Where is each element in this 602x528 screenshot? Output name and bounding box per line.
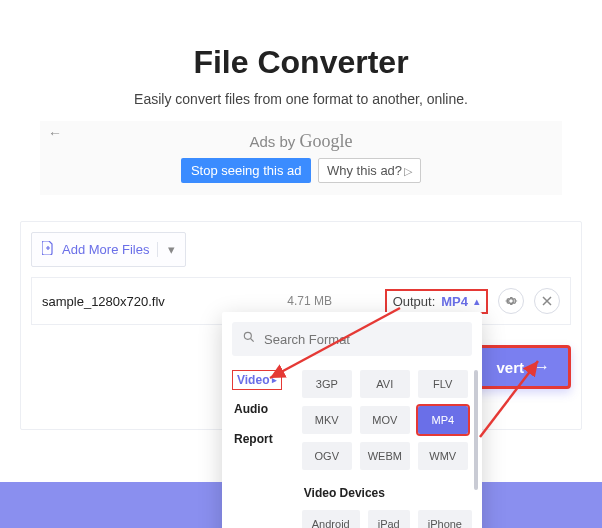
stop-seeing-ad-button[interactable]: Stop seeing this ad	[181, 158, 312, 183]
format-mkv[interactable]: MKV	[302, 406, 352, 434]
file-size: 4.71 MB	[262, 294, 332, 308]
arrow-right-icon: →	[534, 358, 550, 376]
ad-back-icon[interactable]: ←	[48, 125, 62, 141]
format-webm[interactable]: WEBM	[360, 442, 410, 470]
category-list: Video ▸ Audio Report	[232, 370, 292, 528]
file-name: sample_1280x720.flv	[42, 294, 262, 309]
format-dropdown: Video ▸ Audio Report 3GPAVIFLVMKVMOVMP4O…	[222, 312, 482, 528]
file-icon	[42, 241, 54, 258]
format-ogv[interactable]: OGV	[302, 442, 352, 470]
video-devices-label: Video Devices	[304, 486, 472, 500]
format-3gp[interactable]: 3GP	[302, 370, 352, 398]
remove-file-button[interactable]	[534, 288, 560, 314]
category-video[interactable]: Video ▸	[232, 370, 282, 390]
page-title: File Converter	[0, 44, 602, 81]
ads-by-prefix: Ads by	[249, 133, 299, 150]
add-more-label: Add More Files	[62, 242, 149, 257]
output-label: Output:	[393, 294, 436, 309]
category-audio[interactable]: Audio	[232, 398, 292, 420]
format-grid: 3GPAVIFLVMKVMOVMP4OGVWEBMWMV	[302, 370, 472, 470]
ads-by-brand: Google	[300, 131, 353, 151]
device-iphone[interactable]: iPhone	[418, 510, 472, 528]
category-report[interactable]: Report	[232, 428, 292, 450]
why-this-ad-button[interactable]: Why this ad?▷	[318, 158, 421, 183]
device-ipad[interactable]: iPad	[368, 510, 410, 528]
settings-button[interactable]	[498, 288, 524, 314]
add-more-files-button[interactable]: Add More Files ▾	[31, 232, 186, 267]
output-format-selector[interactable]: Output: MP4 ▴	[385, 289, 488, 314]
search-format-input[interactable]	[264, 332, 462, 347]
search-format-box[interactable]	[232, 322, 472, 356]
why-ad-label: Why this ad?	[327, 163, 402, 178]
page-subtitle: Easily convert files from one format to …	[0, 91, 602, 107]
chevron-up-icon: ▴	[474, 295, 480, 308]
format-mov[interactable]: MOV	[360, 406, 410, 434]
format-avi[interactable]: AVI	[360, 370, 410, 398]
triangle-right-icon: ▸	[272, 375, 277, 385]
close-icon	[541, 295, 553, 307]
format-flv[interactable]: FLV	[418, 370, 468, 398]
category-video-label: Video	[237, 373, 269, 387]
format-mp4[interactable]: MP4	[418, 406, 468, 434]
ads-by-label: Ads by Google	[40, 131, 562, 152]
chevron-down-icon: ▾	[157, 242, 175, 257]
convert-label: vert	[496, 359, 524, 376]
play-icon: ▷	[404, 165, 412, 177]
gear-icon	[504, 294, 518, 308]
output-value: MP4	[441, 294, 468, 309]
format-wmv[interactable]: WMV	[418, 442, 468, 470]
ad-container: ← Ads by Google Stop seeing this ad Why …	[40, 121, 562, 195]
device-android[interactable]: Android	[302, 510, 360, 528]
search-icon	[242, 330, 256, 348]
device-row: AndroidiPadiPhone	[302, 510, 472, 528]
svg-point-0	[244, 332, 251, 339]
scrollbar[interactable]	[474, 370, 478, 490]
